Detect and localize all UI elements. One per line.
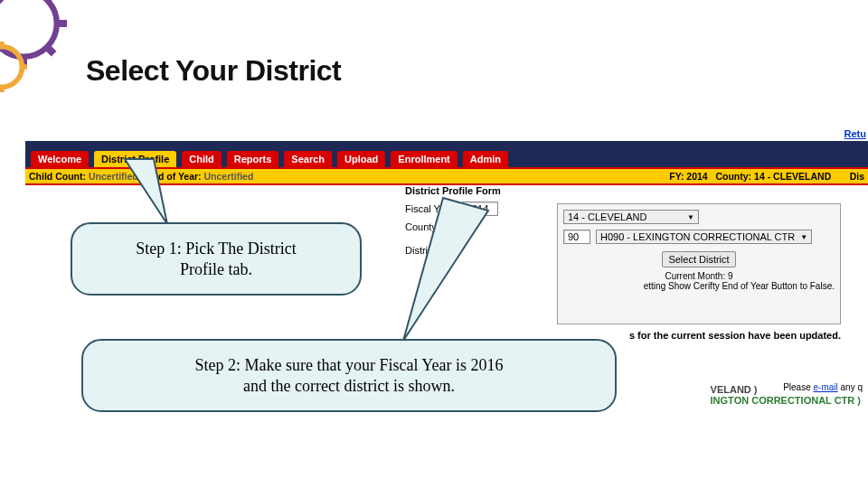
- child-count-value: Uncertified: [89, 171, 138, 182]
- callout-step-1: Step 1: Pick The District Profile tab.: [71, 222, 362, 296]
- district-number-input[interactable]: 90: [563, 230, 590, 244]
- svg-line-6: [47, 47, 54, 54]
- tab-upload[interactable]: Upload: [337, 151, 385, 167]
- tab-enrollment[interactable]: Enrollment: [391, 151, 457, 167]
- fiscal-year-input[interactable]: 2014: [462, 202, 498, 216]
- tab-welcome[interactable]: Welcome: [31, 151, 89, 167]
- tab-child[interactable]: Child: [182, 151, 222, 167]
- chevron-down-icon: ▼: [795, 233, 807, 241]
- fy-label: FY:: [669, 171, 684, 182]
- county-select-value: 14 - CLEVELAND: [568, 211, 646, 222]
- side-line-2: INGTON CORRECTIONAL CTR ): [711, 395, 861, 406]
- tab-admin[interactable]: Admin: [463, 151, 508, 167]
- email-line: Please e-mail any q: [783, 382, 863, 392]
- email-suffix: any q: [838, 382, 863, 392]
- district-select[interactable]: H090 - LEXINGTON CORRECTIONAL CTR ▼: [596, 230, 812, 244]
- county-select[interactable]: 14 - CLEVELAND ▼: [563, 210, 699, 224]
- callout-step-2: Step 2: Make sure that your Fiscal Year …: [81, 339, 617, 412]
- county-label: County:: [405, 221, 439, 232]
- step2-line1: Step 2: Make sure that your Fiscal Year …: [105, 355, 593, 376]
- child-count-label: Child Count:: [29, 171, 86, 182]
- step2-line2: and the correct district is shown.: [105, 376, 593, 397]
- return-link[interactable]: Retu: [844, 128, 866, 139]
- select-district-button[interactable]: Select District: [662, 251, 735, 267]
- county-value-status: 14 - CLEVELAND: [754, 171, 831, 182]
- current-month-text: Current Month: 9: [563, 271, 835, 281]
- fiscal-year-label: Fiscal Year:: [405, 203, 457, 214]
- dist-label-status: Dis: [850, 171, 864, 182]
- svg-point-0: [0, 0, 57, 57]
- nav-tabs: Welcome District Profile Child Reports S…: [31, 147, 868, 167]
- certify-text: etting Show Cerifty End of Year Button t…: [563, 281, 835, 291]
- eoy-label: | End of Year:: [141, 171, 202, 182]
- district-select-value: H090 - LEXINGTON CORRECTIONAL CTR: [600, 231, 795, 242]
- form-title: District Profile Form: [405, 185, 501, 196]
- tab-search[interactable]: Search: [284, 151, 332, 167]
- email-link[interactable]: e-mail: [814, 382, 838, 392]
- session-updated-text: s for the current session have been upda…: [629, 330, 841, 341]
- tab-district-profile[interactable]: District Profile: [94, 151, 176, 167]
- step1-line1: Step 1: Pick The District: [94, 239, 338, 259]
- eoy-value: Uncertified: [204, 171, 254, 182]
- page-title: Select Your District: [86, 54, 341, 88]
- svg-point-9: [0, 47, 22, 88]
- county-label-status: County:: [715, 171, 751, 182]
- step1-line2: Profile tab.: [94, 259, 338, 280]
- fy-value: 2014: [686, 171, 707, 182]
- chevron-down-icon: ▼: [682, 213, 694, 221]
- form-panel: 14 - CLEVELAND ▼ 90 H090 - LEXINGTON COR…: [557, 203, 841, 324]
- tab-reports[interactable]: Reports: [227, 151, 279, 167]
- status-bar: Child Count: Uncertified | End of Year: …: [25, 167, 868, 185]
- email-prefix: Please: [783, 382, 813, 392]
- district-label: District:: [405, 245, 439, 256]
